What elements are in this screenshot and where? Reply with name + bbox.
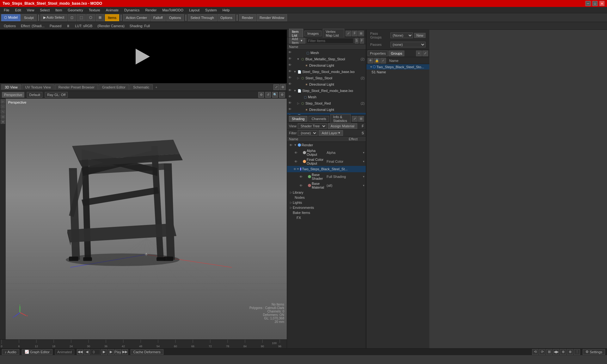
options2-btn[interactable]: Options xyxy=(218,14,235,21)
shader-expand-icon[interactable]: ▷ xyxy=(289,206,293,209)
list-item[interactable]: 👁 ☀ Directional Light xyxy=(287,62,366,69)
prev-btn[interactable]: ◀◀ xyxy=(77,349,83,355)
menu-layout[interactable]: Layout xyxy=(187,8,202,13)
group-expand-icon[interactable]: ▼ xyxy=(370,65,373,69)
panel-icon-2[interactable]: F xyxy=(352,31,358,36)
vp-left-icon-3[interactable]: ⤡ xyxy=(1,109,5,114)
mode-model-btn[interactable]: ⬡ Model xyxy=(1,14,21,21)
shader-category-nodes[interactable]: Nodes xyxy=(287,195,366,200)
tab-images[interactable]: Images xyxy=(304,31,322,36)
play-btn[interactable]: ▶ xyxy=(108,349,114,355)
shader-row-base-material[interactable]: 👁 Base Material (all) ▾ xyxy=(287,181,366,190)
tab-add-btn[interactable]: + xyxy=(153,85,159,90)
expand-icon[interactable]: ▼ xyxy=(293,70,297,73)
falloff-btn[interactable]: Falloff xyxy=(150,14,166,21)
bb-icon-1[interactable]: ⟲ xyxy=(532,349,538,355)
next-btn[interactable]: ▶▶ xyxy=(122,349,128,355)
viewport-expand-icon[interactable]: ⤢ xyxy=(273,84,279,90)
group-icon-btn-1[interactable]: 👁 xyxy=(368,58,373,64)
visibility-icon[interactable]: 👁 xyxy=(288,51,293,55)
group-icon-btn-3[interactable]: ✓ xyxy=(380,58,386,64)
shader-expand-icon[interactable]: ▷ xyxy=(289,201,293,204)
vp-left-icon-5[interactable]: ⊕ xyxy=(1,119,5,124)
tab-vertex-map[interactable]: Vertex Map List xyxy=(323,29,344,38)
menu-render[interactable]: Render xyxy=(143,8,159,13)
filter-select[interactable]: (none) xyxy=(298,130,317,136)
shader-vis-icon[interactable]: 👁 xyxy=(293,167,297,172)
shader-tree[interactable]: 👁 ▼ Render 👁 Alpha Output Alpha ▾ xyxy=(287,142,366,348)
shader-expand-icon[interactable]: ▷ xyxy=(289,191,293,194)
menu-animate[interactable]: Animate xyxy=(103,8,121,13)
list-item[interactable]: 👁 ▼ 📄 Two_Steps_Black_Steel_Stool_m ... … xyxy=(287,113,366,115)
menu-texture[interactable]: Texture xyxy=(86,8,103,13)
tab-gradient-editor[interactable]: Gradient Editor xyxy=(99,84,129,90)
final-color-dd-icon[interactable]: ▾ xyxy=(363,160,365,163)
items-mode-btn[interactable]: Items xyxy=(105,14,119,21)
tab-shading[interactable]: Shading xyxy=(289,116,307,122)
vp-left-icon-1[interactable]: ▷ xyxy=(1,99,5,104)
shading-icon-2[interactable]: ⊞ xyxy=(358,116,364,122)
list-item[interactable]: 👁 ☀ Directional Light xyxy=(287,106,366,113)
shader-row-final-color[interactable]: 👁 Final Color Output Final Color ▾ xyxy=(287,157,366,166)
video-play-btn[interactable] xyxy=(136,49,151,64)
panel-icon-1[interactable]: ⤢ xyxy=(346,31,351,36)
menu-select[interactable]: Select xyxy=(37,8,52,13)
visibility-icon[interactable]: 👁 xyxy=(288,82,293,87)
visibility-icon[interactable]: 👁 xyxy=(288,107,293,112)
shader-vis-icon[interactable]: 👁 xyxy=(293,150,298,155)
settings-btn[interactable]: ⚙ Settings xyxy=(583,349,605,355)
bb-icon-2[interactable]: ⟳ xyxy=(539,349,545,355)
step-back-btn[interactable]: ◀ xyxy=(84,349,90,355)
default-label[interactable]: Default xyxy=(27,92,42,98)
tab-render-preset[interactable]: Render Preset Browser xyxy=(55,84,98,90)
visibility-icon[interactable]: 👁 xyxy=(288,95,293,99)
tab-info-stats[interactable]: Info & Statistics xyxy=(330,114,351,124)
audio-btn[interactable]: ♪ Audio xyxy=(2,349,19,355)
mode-sculpt-btn[interactable]: Sculpt xyxy=(21,14,37,21)
properties-icon-2[interactable]: ⤢ xyxy=(422,51,428,56)
vp-toolbar-icon-3[interactable]: 🔍 xyxy=(272,92,278,98)
tab-groups[interactable]: Groups xyxy=(389,51,404,56)
tab-uv-texture[interactable]: UV Texture View xyxy=(22,84,54,90)
icon-btn-3[interactable]: ⬡ xyxy=(86,14,95,21)
frame-input[interactable] xyxy=(91,349,100,355)
group-icon-btn-2[interactable]: 🔒 xyxy=(374,58,380,64)
base-shader-dd-icon[interactable]: ▾ xyxy=(363,175,365,178)
assign-material-btn[interactable]: Assign Material xyxy=(328,123,357,129)
shader-tree-select[interactable]: Shader Tree xyxy=(298,123,327,129)
render-window-btn[interactable]: Render Window xyxy=(257,14,287,21)
perspective-label[interactable]: Perspective xyxy=(2,92,24,98)
expand-icon[interactable]: ▷ xyxy=(297,76,300,80)
shader-category-environments[interactable]: ▷ Environments xyxy=(287,205,366,210)
maximize-btn[interactable]: □ xyxy=(592,1,598,6)
shader-category-bake-items[interactable]: Bake Items xyxy=(287,210,366,215)
select-through-btn[interactable]: Select Through xyxy=(188,14,217,21)
minimize-btn[interactable]: ─ xyxy=(586,1,591,6)
close-btn[interactable]: ✕ xyxy=(599,1,604,6)
icon-btn-4[interactable]: ⊞ xyxy=(96,14,104,21)
visibility-icon[interactable]: 👁 xyxy=(288,88,293,93)
shader-category-library[interactable]: ▷ Library xyxy=(287,190,366,195)
menu-view[interactable]: View xyxy=(24,8,37,13)
visibility-icon[interactable]: 👁 xyxy=(288,57,293,61)
viewport-settings-icon[interactable]: ⚙ xyxy=(280,84,285,90)
viewport-3d[interactable]: Perspective No Items Polygons : Catmull-… xyxy=(6,99,287,339)
list-item[interactable]: 👁 ▢ Mesh xyxy=(287,50,366,56)
shader-vis-icon[interactable]: 👁 xyxy=(293,159,298,164)
add-item-btn[interactable]: Add Item ▾ xyxy=(289,38,305,44)
shader-row-alpha[interactable]: 👁 Alpha Output Alpha ▾ xyxy=(287,148,366,157)
expand-icon[interactable]: ▼ xyxy=(297,58,300,61)
shader-vis-icon[interactable]: 👁 xyxy=(298,174,304,179)
properties-icon-1[interactable]: + xyxy=(416,51,422,56)
menu-item[interactable]: Item xyxy=(53,8,64,13)
auto-select-btn[interactable]: ▶ Auto Select xyxy=(40,14,67,21)
bb-icon-5[interactable]: ⊕ xyxy=(560,349,566,355)
list-item[interactable]: 👁 ▷ ⬡ Steel_Step_Stool (2) xyxy=(287,75,366,81)
vp-toolbar-icon-2[interactable]: ↺ xyxy=(265,92,271,98)
tab-3dview[interactable]: 3D View xyxy=(1,84,21,90)
shader-vis-icon[interactable]: 👁 xyxy=(288,143,293,148)
vp-toolbar-icon-1[interactable]: ⚙ xyxy=(258,92,264,98)
shader-row-render[interactable]: 👁 ▼ Render xyxy=(287,142,366,148)
render-btn[interactable]: Render xyxy=(239,14,256,21)
groups-tree[interactable]: ▼ ⬡ Two_Steps_Black_Steel_Sto... S1 Name xyxy=(366,64,429,348)
